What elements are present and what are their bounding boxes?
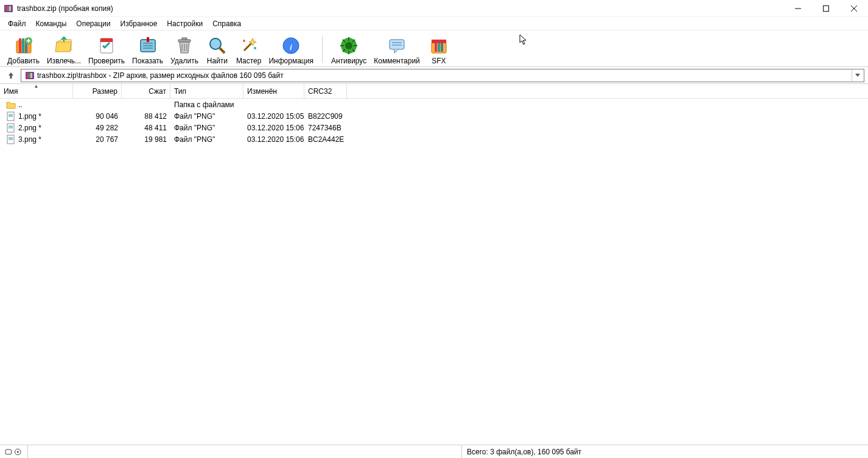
- column-crc[interactable]: CRC32: [304, 84, 347, 98]
- file-list[interactable]: ..Папка с файлами1.png *90 04688 412Файл…: [0, 99, 868, 445]
- column-size[interactable]: Размер: [73, 84, 122, 98]
- svg-rect-17: [147, 37, 149, 42]
- toolbar-label: Удалить: [170, 57, 198, 65]
- column-packed[interactable]: Сжат: [122, 84, 170, 98]
- svg-rect-59: [9, 125, 13, 129]
- status-lock-icon: [0, 445, 28, 458]
- file-date: 03.12.2020 15:05: [243, 112, 304, 121]
- toolbar-comment-button[interactable]: Комментарий: [370, 32, 424, 66]
- toolbar-separator: [322, 35, 323, 63]
- svg-point-30: [254, 47, 256, 49]
- file-crc: B822C909: [304, 112, 347, 121]
- file-name: 3.png *: [18, 135, 41, 144]
- svg-rect-10: [22, 38, 24, 53]
- window-title: trashbox.zip (пробная копия): [17, 4, 784, 13]
- file-crc: 7247346B: [304, 124, 347, 132]
- title-bar: trashbox.zip (пробная копия): [0, 0, 868, 17]
- file-name: 2.png *: [18, 124, 41, 132]
- toolbar-delete-button[interactable]: Удалить: [167, 32, 202, 66]
- status-left: [28, 445, 462, 458]
- file-packed: 88 412: [122, 112, 170, 121]
- file-packed: 19 981: [122, 135, 170, 144]
- status-bar: Всего: 3 файл(а,ов), 160 095 байт: [0, 445, 868, 458]
- file-row[interactable]: 1.png *90 04688 412Файл "PNG"03.12.2020 …: [0, 110, 868, 122]
- svg-rect-56: [9, 114, 13, 117]
- toolbar-extract-button[interactable]: Извлечь...: [43, 32, 85, 66]
- svg-point-63: [9, 138, 10, 139]
- maximize-button[interactable]: [812, 0, 840, 17]
- svg-rect-54: [30, 73, 32, 78]
- close-button[interactable]: [840, 0, 868, 17]
- menu-операции[interactable]: Операции: [71, 18, 115, 29]
- file-row[interactable]: 2.png *49 28248 411Файл "PNG"03.12.2020 …: [0, 122, 868, 133]
- svg-rect-47: [432, 40, 446, 43]
- file-type: Файл "PNG": [170, 124, 243, 132]
- png-file-icon: [6, 135, 16, 144]
- find-icon: [208, 36, 227, 55]
- column-type[interactable]: Тип: [170, 84, 243, 98]
- app-icon: [4, 4, 13, 13]
- toolbar-label: Информация: [268, 57, 313, 65]
- folder-icon: [6, 100, 16, 110]
- file-type: Файл "PNG": [170, 135, 243, 144]
- toolbar-antivirus-button[interactable]: Антивирус: [327, 32, 370, 66]
- svg-rect-52: [27, 73, 29, 78]
- add-icon: [14, 36, 33, 55]
- toolbar-add-button[interactable]: Добавить: [4, 32, 43, 66]
- file-date: 03.12.2020 15:06: [243, 135, 304, 144]
- svg-rect-3: [9, 6, 11, 11]
- toolbar-view-button[interactable]: Показать: [128, 32, 167, 66]
- menu-справка[interactable]: Справка: [208, 18, 246, 29]
- view-icon: [138, 36, 158, 55]
- column-name[interactable]: Имя ▲: [0, 84, 73, 98]
- file-packed: 48 411: [122, 124, 170, 132]
- svg-rect-21: [178, 40, 191, 42]
- svg-point-57: [9, 114, 10, 116]
- menu-bar: ФайлКомандыОперацииИзбранноеНастройкиСпр…: [0, 17, 868, 30]
- svg-point-29: [243, 40, 245, 42]
- file-size: 49 282: [73, 124, 122, 132]
- file-name: ..: [18, 100, 23, 109]
- svg-rect-62: [9, 137, 13, 140]
- wizard-icon: [239, 36, 259, 55]
- address-bar: trashbox.zip\trashbox - ZIP архив, разме…: [0, 67, 868, 84]
- svg-rect-49: [438, 43, 440, 52]
- toolbar-label: SFX: [432, 57, 446, 65]
- toolbar-wizard-button[interactable]: Мастер: [233, 32, 265, 66]
- up-button[interactable]: [4, 69, 18, 82]
- menu-избранное[interactable]: Избранное: [116, 18, 163, 29]
- file-row[interactable]: 3.png *20 76719 981Файл "PNG"03.12.2020 …: [0, 133, 868, 145]
- sort-indicator-icon: ▲: [34, 83, 39, 89]
- toolbar-label: Антивирус: [331, 57, 366, 65]
- svg-line-27: [220, 48, 225, 53]
- path-dropdown-button[interactable]: [852, 69, 863, 82]
- file-date: 03.12.2020 15:06: [243, 124, 304, 132]
- svg-point-66: [17, 451, 19, 453]
- archive-icon: [25, 71, 35, 80]
- menu-настройки[interactable]: Настройки: [162, 18, 208, 29]
- menu-файл[interactable]: Файл: [3, 18, 31, 29]
- toolbar-label: Проверить: [88, 57, 125, 65]
- info-icon: i: [281, 36, 301, 55]
- column-date[interactable]: Изменён: [243, 84, 304, 98]
- path-box[interactable]: trashbox.zip\trashbox - ZIP архив, разме…: [21, 69, 864, 82]
- file-type: Папка с файлами: [170, 100, 243, 109]
- menu-команды[interactable]: Команды: [31, 18, 72, 29]
- file-crc: BC2A442E: [304, 135, 347, 144]
- toolbar-label: Мастер: [236, 57, 262, 65]
- extract-icon: [54, 36, 74, 55]
- toolbar-test-button[interactable]: Проверить: [85, 32, 128, 66]
- svg-rect-22: [182, 38, 187, 40]
- svg-rect-2: [7, 6, 9, 11]
- svg-rect-14: [100, 38, 113, 42]
- svg-rect-1: [5, 6, 7, 11]
- minimize-button[interactable]: [784, 0, 812, 17]
- antivirus-icon: [339, 36, 359, 55]
- toolbar-find-button[interactable]: Найти: [202, 32, 233, 66]
- parent-folder-row[interactable]: ..Папка с файлами: [0, 99, 868, 110]
- toolbar-info-button[interactable]: iИнформация: [265, 32, 317, 66]
- file-size: 90 046: [73, 112, 122, 121]
- status-total: Всего: 3 файл(а,ов), 160 095 байт: [462, 445, 868, 458]
- svg-point-34: [345, 42, 352, 49]
- toolbar-sfx-button[interactable]: SFX: [424, 32, 454, 66]
